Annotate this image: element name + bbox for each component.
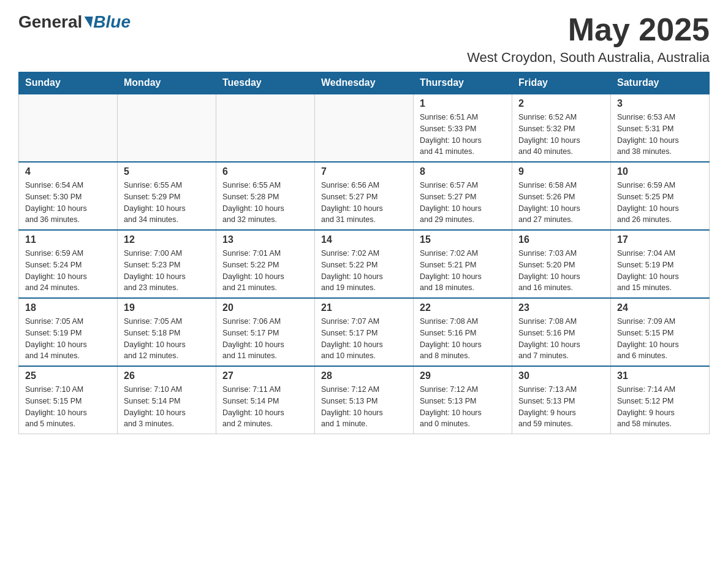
day-number: 12 bbox=[124, 234, 210, 245]
day-number: 9 bbox=[518, 166, 604, 177]
day-of-week-header: Wednesday bbox=[315, 72, 414, 94]
day-info: Sunrise: 6:55 AMSunset: 5:29 PMDaylight:… bbox=[124, 180, 210, 226]
calendar-header: SundayMondayTuesdayWednesdayThursdayFrid… bbox=[19, 72, 710, 94]
calendar-cell: 28Sunrise: 7:12 AMSunset: 5:13 PMDayligh… bbox=[315, 366, 414, 434]
day-info: Sunrise: 7:01 AMSunset: 5:22 PMDaylight:… bbox=[222, 248, 308, 294]
day-number: 27 bbox=[222, 370, 308, 381]
day-number: 1 bbox=[420, 98, 506, 109]
day-info: Sunrise: 7:02 AMSunset: 5:21 PMDaylight:… bbox=[420, 248, 506, 294]
day-info: Sunrise: 7:02 AMSunset: 5:22 PMDaylight:… bbox=[321, 248, 407, 294]
day-info: Sunrise: 6:57 AMSunset: 5:27 PMDaylight:… bbox=[420, 180, 506, 226]
day-of-week-header: Tuesday bbox=[216, 72, 315, 94]
calendar-week-row: 18Sunrise: 7:05 AMSunset: 5:19 PMDayligh… bbox=[19, 298, 710, 366]
day-number: 25 bbox=[25, 370, 111, 381]
day-info: Sunrise: 7:07 AMSunset: 5:17 PMDaylight:… bbox=[321, 316, 407, 362]
day-number: 5 bbox=[124, 166, 210, 177]
day-info: Sunrise: 7:14 AMSunset: 5:12 PMDaylight:… bbox=[617, 384, 703, 430]
calendar-cell: 10Sunrise: 6:59 AMSunset: 5:25 PMDayligh… bbox=[611, 162, 710, 230]
day-number: 31 bbox=[617, 370, 703, 381]
logo: General Blue bbox=[18, 12, 131, 32]
calendar-cell bbox=[216, 94, 315, 162]
day-number: 8 bbox=[420, 166, 506, 177]
day-info: Sunrise: 7:10 AMSunset: 5:14 PMDaylight:… bbox=[124, 384, 210, 430]
logo-arrow-icon bbox=[83, 17, 93, 28]
day-number: 30 bbox=[518, 370, 604, 381]
calendar-cell: 25Sunrise: 7:10 AMSunset: 5:15 PMDayligh… bbox=[19, 366, 118, 434]
calendar-cell: 6Sunrise: 6:55 AMSunset: 5:28 PMDaylight… bbox=[216, 162, 315, 230]
logo-blue-text: Blue bbox=[93, 12, 131, 32]
calendar-body: 1Sunrise: 6:51 AMSunset: 5:33 PMDaylight… bbox=[19, 94, 710, 434]
calendar-cell: 22Sunrise: 7:08 AMSunset: 5:16 PMDayligh… bbox=[414, 298, 512, 366]
calendar-week-row: 1Sunrise: 6:51 AMSunset: 5:33 PMDaylight… bbox=[19, 94, 710, 162]
month-title: May 2025 bbox=[467, 12, 710, 47]
calendar-table: SundayMondayTuesdayWednesdayThursdayFrid… bbox=[18, 72, 710, 434]
day-number: 21 bbox=[321, 302, 407, 313]
calendar-week-row: 11Sunrise: 6:59 AMSunset: 5:24 PMDayligh… bbox=[19, 230, 710, 298]
day-info: Sunrise: 7:10 AMSunset: 5:15 PMDaylight:… bbox=[25, 384, 111, 430]
day-number: 29 bbox=[420, 370, 506, 381]
day-info: Sunrise: 7:12 AMSunset: 5:13 PMDaylight:… bbox=[420, 384, 506, 430]
day-number: 10 bbox=[617, 166, 703, 177]
calendar-cell: 29Sunrise: 7:12 AMSunset: 5:13 PMDayligh… bbox=[414, 366, 512, 434]
calendar-cell: 4Sunrise: 6:54 AMSunset: 5:30 PMDaylight… bbox=[19, 162, 118, 230]
day-number: 14 bbox=[321, 234, 407, 245]
day-info: Sunrise: 6:56 AMSunset: 5:27 PMDaylight:… bbox=[321, 180, 407, 226]
calendar-week-row: 25Sunrise: 7:10 AMSunset: 5:15 PMDayligh… bbox=[19, 366, 710, 434]
day-number: 16 bbox=[518, 234, 604, 245]
calendar-cell: 31Sunrise: 7:14 AMSunset: 5:12 PMDayligh… bbox=[611, 366, 710, 434]
day-number: 18 bbox=[25, 302, 111, 313]
calendar-cell bbox=[118, 94, 216, 162]
day-of-week-header: Monday bbox=[118, 72, 216, 94]
day-info: Sunrise: 7:08 AMSunset: 5:16 PMDaylight:… bbox=[518, 316, 604, 362]
calendar-cell: 20Sunrise: 7:06 AMSunset: 5:17 PMDayligh… bbox=[216, 298, 315, 366]
day-number: 4 bbox=[25, 166, 111, 177]
calendar-cell: 18Sunrise: 7:05 AMSunset: 5:19 PMDayligh… bbox=[19, 298, 118, 366]
calendar-week-row: 4Sunrise: 6:54 AMSunset: 5:30 PMDaylight… bbox=[19, 162, 710, 230]
day-number: 24 bbox=[617, 302, 703, 313]
day-of-week-header: Friday bbox=[512, 72, 611, 94]
calendar-cell: 3Sunrise: 6:53 AMSunset: 5:31 PMDaylight… bbox=[611, 94, 710, 162]
day-info: Sunrise: 6:58 AMSunset: 5:26 PMDaylight:… bbox=[518, 180, 604, 226]
calendar-cell: 2Sunrise: 6:52 AMSunset: 5:32 PMDaylight… bbox=[512, 94, 611, 162]
day-number: 3 bbox=[617, 98, 703, 109]
day-number: 6 bbox=[222, 166, 308, 177]
day-info: Sunrise: 7:05 AMSunset: 5:18 PMDaylight:… bbox=[124, 316, 210, 362]
day-number: 11 bbox=[25, 234, 111, 245]
calendar-cell: 30Sunrise: 7:13 AMSunset: 5:13 PMDayligh… bbox=[512, 366, 611, 434]
calendar-cell: 14Sunrise: 7:02 AMSunset: 5:22 PMDayligh… bbox=[315, 230, 414, 298]
calendar-cell: 17Sunrise: 7:04 AMSunset: 5:19 PMDayligh… bbox=[611, 230, 710, 298]
day-number: 26 bbox=[124, 370, 210, 381]
logo-general-text: General bbox=[18, 12, 82, 32]
day-number: 20 bbox=[222, 302, 308, 313]
calendar-cell: 21Sunrise: 7:07 AMSunset: 5:17 PMDayligh… bbox=[315, 298, 414, 366]
calendar-cell: 24Sunrise: 7:09 AMSunset: 5:15 PMDayligh… bbox=[611, 298, 710, 366]
calendar-cell: 15Sunrise: 7:02 AMSunset: 5:21 PMDayligh… bbox=[414, 230, 512, 298]
day-info: Sunrise: 7:09 AMSunset: 5:15 PMDaylight:… bbox=[617, 316, 703, 362]
day-info: Sunrise: 6:54 AMSunset: 5:30 PMDaylight:… bbox=[25, 180, 111, 226]
day-number: 28 bbox=[321, 370, 407, 381]
day-info: Sunrise: 7:06 AMSunset: 5:17 PMDaylight:… bbox=[222, 316, 308, 362]
calendar-cell bbox=[19, 94, 118, 162]
calendar-cell: 8Sunrise: 6:57 AMSunset: 5:27 PMDaylight… bbox=[414, 162, 512, 230]
calendar-cell: 9Sunrise: 6:58 AMSunset: 5:26 PMDaylight… bbox=[512, 162, 611, 230]
day-info: Sunrise: 6:53 AMSunset: 5:31 PMDaylight:… bbox=[617, 112, 703, 158]
day-info: Sunrise: 7:00 AMSunset: 5:23 PMDaylight:… bbox=[124, 248, 210, 294]
day-of-week-header: Thursday bbox=[414, 72, 512, 94]
page-header: General Blue May 2025 West Croydon, Sout… bbox=[18, 12, 710, 66]
calendar-cell: 5Sunrise: 6:55 AMSunset: 5:29 PMDaylight… bbox=[118, 162, 216, 230]
title-block: May 2025 West Croydon, South Australia, … bbox=[467, 12, 710, 66]
day-number: 17 bbox=[617, 234, 703, 245]
day-info: Sunrise: 7:12 AMSunset: 5:13 PMDaylight:… bbox=[321, 384, 407, 430]
calendar-cell: 12Sunrise: 7:00 AMSunset: 5:23 PMDayligh… bbox=[118, 230, 216, 298]
day-info: Sunrise: 7:08 AMSunset: 5:16 PMDaylight:… bbox=[420, 316, 506, 362]
day-number: 15 bbox=[420, 234, 506, 245]
day-info: Sunrise: 7:05 AMSunset: 5:19 PMDaylight:… bbox=[25, 316, 111, 362]
calendar-cell: 23Sunrise: 7:08 AMSunset: 5:16 PMDayligh… bbox=[512, 298, 611, 366]
day-info: Sunrise: 7:13 AMSunset: 5:13 PMDaylight:… bbox=[518, 384, 604, 430]
day-number: 23 bbox=[518, 302, 604, 313]
calendar-cell: 16Sunrise: 7:03 AMSunset: 5:20 PMDayligh… bbox=[512, 230, 611, 298]
calendar-cell: 13Sunrise: 7:01 AMSunset: 5:22 PMDayligh… bbox=[216, 230, 315, 298]
calendar-cell: 26Sunrise: 7:10 AMSunset: 5:14 PMDayligh… bbox=[118, 366, 216, 434]
day-number: 7 bbox=[321, 166, 407, 177]
day-number: 13 bbox=[222, 234, 308, 245]
